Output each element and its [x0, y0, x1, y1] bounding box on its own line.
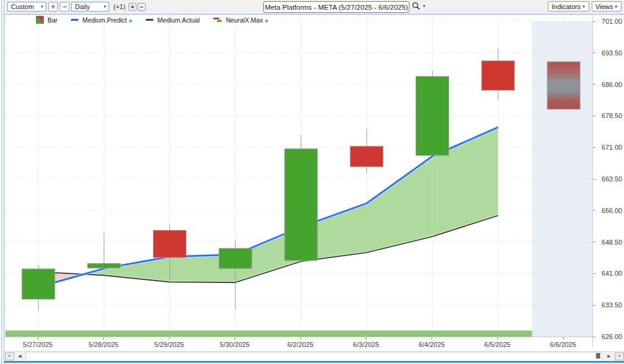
search-icon: [412, 2, 420, 10]
candle-6/4/2025[interactable]: [416, 76, 449, 155]
timeframe-select[interactable]: Custom ▼: [7, 2, 46, 12]
x-axis-label: 5/28/2025: [79, 341, 128, 348]
candle-6/5/2025[interactable]: [481, 61, 514, 90]
y-axis-label: 663.50: [598, 175, 622, 183]
legend-item-neural[interactable]: NeuralX.Max: [213, 16, 269, 24]
scrollbar-track[interactable]: [26, 352, 602, 361]
y-axis-label: 633.50: [598, 301, 622, 309]
chart-legend: BarMedium.PredictMedium.ActualNeuralX.Ma…: [36, 16, 282, 24]
add-bar-button[interactable]: +: [129, 3, 136, 11]
x-axis-label: 5/27/2025: [13, 341, 62, 348]
indicators-button[interactable]: Indicators ▼: [548, 1, 589, 12]
x-axis-label: 6/5/2025: [473, 341, 522, 348]
scroll-left-arrow[interactable]: ◄: [15, 352, 24, 360]
chevron-down-icon: ▼: [614, 5, 618, 9]
y-tick-mark: [593, 337, 595, 337]
scrollbar-thumb[interactable]: [596, 353, 600, 359]
zoom-in-button[interactable]: +: [48, 2, 58, 12]
extra-bars-label: (+1): [113, 3, 126, 10]
y-tick-mark: [593, 305, 595, 306]
horizontal-scrollbar: + ◄ ► +: [4, 351, 624, 361]
x-tick-mark: [431, 337, 432, 340]
x-axis-label: 6/2/2025: [276, 341, 325, 348]
scroll-zoom-in-button[interactable]: +: [615, 352, 624, 360]
timeframe-select-value: Custom: [11, 3, 34, 10]
candle-5/30/2025[interactable]: [219, 248, 252, 268]
window-bottom-border: [0, 360, 624, 364]
y-tick-mark: [593, 21, 595, 22]
candle-5/27/2025[interactable]: [22, 269, 55, 299]
x-axis-label: 5/30/2025: [210, 341, 259, 348]
y-axis-label: 693.50: [598, 49, 622, 57]
x-axis-label: 6/3/2025: [342, 341, 391, 348]
y-axis-label: 671.00: [598, 144, 622, 151]
x-axis-label: 5/29/2025: [145, 341, 194, 348]
legend-settings-dot[interactable]: [265, 19, 268, 23]
x-tick-mark: [563, 337, 564, 340]
legend-item-predict[interactable]: Medium.Predict: [71, 16, 132, 24]
chart-plot-area[interactable]: BarMedium.PredictMedium.ActualNeuralX.Ma…: [5, 15, 593, 337]
y-axis-label: 648.50: [598, 239, 622, 246]
legend-label: Medium.Actual: [157, 16, 199, 24]
predict-line-icon: [71, 19, 79, 21]
candle-5/28/2025[interactable]: [88, 264, 121, 268]
legend-label: Bar: [48, 16, 57, 24]
y-tick-mark: [593, 52, 595, 53]
y-tick-mark: [593, 210, 595, 211]
x-tick-mark: [300, 337, 301, 340]
x-tick-mark: [38, 337, 38, 340]
legend-settings-dot[interactable]: [129, 19, 132, 23]
y-axis-label: 626.00: [598, 333, 622, 340]
top-toolbar: Custom ▼ + − Daily ▼ (+1) + − Meta Platf…: [0, 0, 624, 13]
bottom-indicator-bar: [5, 331, 532, 337]
y-axis-label: 701.00: [598, 18, 622, 25]
x-axis-label: 6/6/2025: [539, 341, 587, 348]
legend-item-bar[interactable]: Bar: [36, 16, 57, 24]
actual-line-icon: [146, 19, 154, 21]
y-tick-mark: [593, 116, 595, 116]
y-tick-mark: [593, 242, 595, 242]
candle-6/2/2025[interactable]: [285, 149, 317, 261]
candle-6/6/2025[interactable]: [547, 61, 580, 109]
zoom-out-button[interactable]: −: [60, 2, 69, 12]
interval-select[interactable]: Daily ▼: [71, 2, 109, 12]
y-axis-label: 656.00: [598, 207, 622, 214]
bar-series-icon: [36, 16, 44, 24]
window-left-border: [0, 0, 4, 364]
x-tick-mark: [169, 337, 169, 340]
chevron-down-icon: ▼: [582, 5, 586, 9]
views-button[interactable]: Views ▼: [592, 1, 622, 12]
chevron-down-icon: ▼: [422, 4, 426, 8]
neuralx-series-icon: [213, 17, 222, 23]
y-tick-mark: [593, 84, 595, 85]
chevron-down-icon: ▼: [40, 5, 44, 9]
x-tick-mark: [103, 337, 104, 340]
x-tick-mark: [366, 337, 366, 340]
chevron-down-icon: ▼: [103, 5, 107, 9]
search-control[interactable]: ▼: [412, 2, 426, 10]
y-axis-label: 641.00: [598, 270, 622, 277]
price-axis: 701.00693.50686.00678.50671.00663.50656.…: [592, 15, 624, 347]
toolbar-separator: [0, 13, 624, 15]
y-tick-mark: [593, 273, 595, 274]
y-axis-label: 678.50: [598, 112, 622, 119]
scroll-zoom-out-button[interactable]: +: [5, 352, 14, 360]
candle-5/29/2025[interactable]: [154, 230, 186, 257]
x-tick-mark: [235, 337, 235, 340]
legend-label: NeuralX.Max: [226, 16, 263, 24]
remove-bar-button[interactable]: −: [138, 3, 146, 11]
x-axis-label: 6/4/2025: [408, 341, 456, 348]
y-tick-mark: [593, 147, 595, 148]
symbol-search-input[interactable]: Meta Platforms - META (5/27/2025 - 6/6/2…: [263, 1, 410, 13]
y-axis-label: 686.00: [598, 81, 622, 88]
x-tick-mark: [497, 337, 498, 340]
legend-label: Medium.Predict: [82, 16, 127, 24]
interval-select-value: Daily: [75, 3, 90, 10]
price-chart[interactable]: [5, 15, 593, 337]
scroll-right-arrow[interactable]: ►: [604, 352, 614, 360]
date-axis: 5/27/20255/28/20255/29/20255/30/20256/2/…: [5, 337, 592, 352]
candle-6/3/2025[interactable]: [350, 146, 383, 167]
legend-item-actual[interactable]: Medium.Actual: [146, 16, 199, 24]
y-tick-mark: [593, 179, 595, 180]
